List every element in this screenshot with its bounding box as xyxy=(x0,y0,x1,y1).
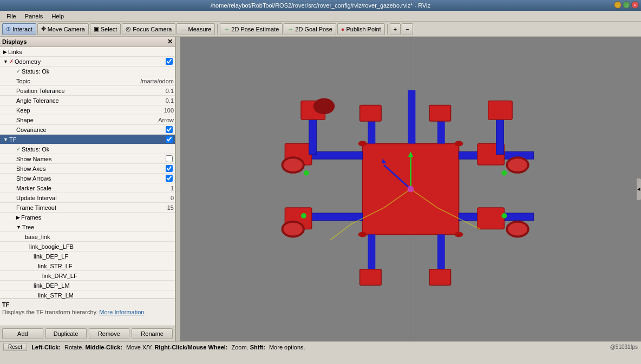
displays-close-icon[interactable]: ✕ xyxy=(167,38,173,45)
tree-item-link_STR_LF[interactable]: link_STR_LF xyxy=(0,261,175,271)
menu-bar: File Panels Help xyxy=(0,11,641,22)
more-info-link[interactable]: More Information xyxy=(99,309,144,315)
info-panel: TF Displays the TF transform hierarchy. … xyxy=(0,299,175,326)
viewport-right-handle[interactable]: ◂ xyxy=(637,178,641,200)
position-tolerance-value: 0.1 xyxy=(166,88,174,94)
2d-pose-label: 2D Pose Estimate xyxy=(231,26,279,32)
display-row-tf-status[interactable]: ✓ Status: Ok xyxy=(0,144,175,154)
display-row-marker-scale[interactable]: Marker Scale 1 xyxy=(0,183,175,193)
plus-icon: + xyxy=(394,26,397,32)
move-camera-icon: ✥ xyxy=(41,25,46,32)
svg-point-18 xyxy=(301,213,306,219)
display-row-frames[interactable]: ▶ Frames xyxy=(0,213,175,222)
add-display-button[interactable]: + xyxy=(390,23,401,35)
remove-button[interactable]: Remove xyxy=(89,328,130,339)
close-button[interactable]: × xyxy=(631,1,639,9)
focus-camera-label: Focus Camera xyxy=(133,26,172,32)
select-button[interactable]: ▣ Select xyxy=(90,23,121,35)
displays-content[interactable]: ▶ Links ▼ ✗ Odometry ✓ Status: Ok Topic xyxy=(0,47,175,299)
svg-point-36 xyxy=(408,186,414,193)
tree-item-link_boogie_LFB[interactable]: link_boogie_LFB xyxy=(0,242,175,252)
rename-button[interactable]: Rename xyxy=(132,328,173,339)
select-label: Select xyxy=(101,26,117,32)
focus-camera-button[interactable]: ◎ Focus Camera xyxy=(122,23,175,35)
display-row-position-tolerance[interactable]: Position Tolerance 0.1 xyxy=(0,86,175,96)
position-tolerance-label: Position Tolerance xyxy=(16,88,166,94)
maximize-button[interactable]: □ xyxy=(623,1,630,9)
focus-camera-icon: ◎ xyxy=(126,25,131,32)
update-interval-value: 0 xyxy=(171,195,174,201)
display-row-shape[interactable]: Shape Arrow xyxy=(0,115,175,125)
show-arrows-checkbox[interactable] xyxy=(166,175,173,182)
display-row-keep[interactable]: Keep 100 xyxy=(0,105,175,115)
display-row-update-interval[interactable]: Update Interval 0 xyxy=(0,193,175,203)
tree-arrow[interactable]: ▼ xyxy=(16,224,21,230)
tree-item-link_DEP_LF[interactable]: link_DEP_LF xyxy=(0,252,175,261)
select-icon: ▣ xyxy=(94,25,99,32)
toolbar-separator-2 xyxy=(387,24,388,35)
display-row-odometry-status[interactable]: ✓ Status: Ok xyxy=(0,67,175,76)
title-bar: /home/relaybot/RobTool/ROS2/rover/src/ro… xyxy=(0,0,641,11)
tf-arrow[interactable]: ▼ xyxy=(3,137,8,142)
menu-help[interactable]: Help xyxy=(47,12,68,21)
display-row-frame-timeout[interactable]: Frame Timeout 15 xyxy=(0,203,175,213)
display-row-topic[interactable]: Topic /marta/odom xyxy=(0,76,175,86)
topic-value: /marta/odom xyxy=(140,78,174,84)
move-camera-label: Move Camera xyxy=(48,26,85,32)
add-button[interactable]: Add xyxy=(2,328,43,339)
svg-rect-43 xyxy=(360,105,382,121)
tree-link_DEP_LM-label: link_DEP_LM xyxy=(34,282,174,289)
2d-goal-label: 2D Goal Pose xyxy=(295,26,332,32)
odometry-checkbox[interactable] xyxy=(166,58,173,65)
tree-item-link_DRV_LF[interactable]: link_DRV_LF xyxy=(0,271,175,281)
display-row-tf[interactable]: ▼ TF xyxy=(0,135,175,144)
interact-button[interactable]: ⊕ Interact xyxy=(2,23,36,35)
toolbar: ⊕ Interact ✥ Move Camera ▣ Select ◎ Focu… xyxy=(0,22,641,37)
svg-rect-47 xyxy=(360,269,382,286)
displays-title: Displays xyxy=(2,38,27,45)
angle-tolerance-label: Angle Tolerance xyxy=(16,97,166,104)
tf-checkbox[interactable] xyxy=(166,136,173,143)
display-row-odometry[interactable]: ▼ ✗ Odometry xyxy=(0,57,175,67)
show-names-checkbox[interactable] xyxy=(166,155,173,162)
tree-item-link_STR_LM[interactable]: link_STR_LM xyxy=(0,290,175,299)
minimize-button[interactable]: − xyxy=(614,1,622,9)
bottom-buttons: Add Duplicate Remove Rename xyxy=(0,326,175,341)
publish-point-button[interactable]: ● Publish Point xyxy=(337,23,385,35)
display-row-show-names[interactable]: Show Names xyxy=(0,154,175,164)
display-row-tree[interactable]: ▼ Tree xyxy=(0,222,175,232)
2d-goal-icon: → xyxy=(287,26,293,32)
svg-rect-45 xyxy=(368,234,375,272)
reset-button[interactable]: Reset xyxy=(3,343,27,351)
tree-item-link_DEP_LM[interactable]: link_DEP_LM xyxy=(0,281,175,290)
tree-item-base_link[interactable]: base_link xyxy=(0,232,175,242)
display-row-angle-tolerance[interactable]: Angle Tolerance 0.1 xyxy=(0,96,175,105)
display-row-links[interactable]: ▶ Links xyxy=(0,47,175,57)
angle-tolerance-value: 0.1 xyxy=(166,97,174,104)
tree-base_link-label: base_link xyxy=(25,234,174,240)
tree-link_STR_LF-label: link_STR_LF xyxy=(38,263,174,269)
links-arrow[interactable]: ▶ xyxy=(3,49,7,55)
duplicate-button[interactable]: Duplicate xyxy=(45,328,87,339)
panel-resize-handle[interactable]: ⋮ xyxy=(176,37,180,341)
2d-goal-button[interactable]: → 2D Goal Pose xyxy=(284,23,336,35)
move-camera-button[interactable]: ✥ Move Camera xyxy=(37,23,89,35)
display-row-covariance[interactable]: Covariance xyxy=(0,125,175,135)
menu-file[interactable]: File xyxy=(2,12,21,21)
3d-viewport[interactable]: ◂ xyxy=(180,37,641,341)
frames-arrow[interactable]: ▶ xyxy=(16,215,20,220)
measure-button[interactable]: — Measure xyxy=(176,23,215,35)
keep-label: Keep xyxy=(16,107,164,114)
display-row-show-axes[interactable]: Show Axes xyxy=(0,164,175,174)
display-row-show-arrows[interactable]: Show Arrows xyxy=(0,174,175,183)
menu-panels[interactable]: Panels xyxy=(21,12,48,21)
show-axes-checkbox[interactable] xyxy=(166,165,173,172)
measure-label: Measure xyxy=(188,26,211,32)
2d-pose-button[interactable]: → 2D Pose Estimate xyxy=(220,23,283,35)
odometry-arrow[interactable]: ▼ xyxy=(3,59,8,64)
covariance-checkbox[interactable] xyxy=(166,126,173,133)
interact-label: Interact xyxy=(12,26,32,32)
window-title: /home/relaybot/RobTool/ROS2/rover/src/ro… xyxy=(211,2,430,9)
odometry-label: Odometry xyxy=(15,58,166,65)
minus-button[interactable]: − xyxy=(402,23,413,35)
